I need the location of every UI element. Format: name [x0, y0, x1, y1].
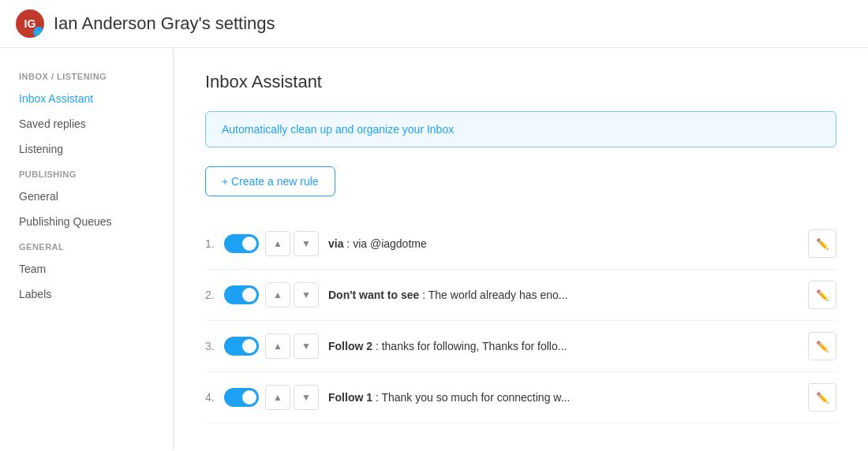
sidebar-section-inbox-listening: INBOX / LISTENING Inbox Assistant Saved … [0, 64, 173, 162]
rule-description: via @iagdotme [353, 237, 427, 250]
create-rule-button[interactable]: + Create a new rule [205, 166, 335, 196]
rule-row: 1. ▲ ▼ via : via @iagdotme ✏️ [205, 218, 836, 270]
rule-separator: : [346, 237, 353, 250]
rule-row: 4. ▲ ▼ Follow 1 : Thank you so much for … [205, 372, 836, 423]
edit-rule-button[interactable]: ✏️ [808, 383, 836, 412]
main-content: Inbox Assistant Automatically clean up a… [174, 48, 868, 450]
sidebar-section-label-general: GENERAL [0, 234, 173, 256]
move-up-button[interactable]: ▲ [265, 231, 290, 256]
move-down-button[interactable]: ▼ [294, 231, 319, 256]
move-down-button[interactable]: ▼ [294, 334, 319, 359]
sidebar-section-label-publishing: PUBLISHING [0, 162, 173, 184]
rule-toggle[interactable] [224, 337, 259, 356]
rule-description: The world already has eno... [428, 289, 568, 301]
rule-description: thanks for following, Thanks for follo..… [382, 340, 567, 352]
rule-number: 1. [205, 237, 224, 250]
header: IG 🐦 Ian Anderson Gray's settings [0, 0, 868, 48]
rule-text: Don't want to see : The world already ha… [328, 289, 802, 301]
avatar: IG 🐦 [16, 9, 44, 38]
rule-number: 2. [205, 289, 224, 301]
sidebar-section-publishing: PUBLISHING General Publishing Queues [0, 162, 173, 234]
sidebar-item-labels[interactable]: Labels [0, 281, 173, 307]
rule-toggle[interactable] [224, 388, 259, 407]
sidebar-item-general[interactable]: General [0, 184, 173, 209]
sidebar: INBOX / LISTENING Inbox Assistant Saved … [0, 48, 174, 450]
rule-number: 3. [205, 340, 224, 352]
rule-separator: : [376, 340, 382, 352]
rule-number: 4. [205, 391, 224, 404]
sidebar-item-team[interactable]: Team [0, 256, 173, 281]
sidebar-item-listening[interactable]: Listening [0, 136, 173, 162]
sidebar-item-saved-replies[interactable]: Saved replies [0, 111, 173, 136]
rules-list: 1. ▲ ▼ via : via @iagdotme ✏️ 2. ▲ ▼ Don… [205, 218, 836, 423]
move-up-button[interactable]: ▲ [265, 282, 290, 308]
rule-name: Follow 2 [328, 340, 372, 352]
twitter-badge: 🐦 [33, 27, 44, 38]
rule-name: Follow 1 [328, 391, 372, 404]
rule-name: Don't want to see [328, 289, 419, 301]
rule-separator: : [422, 289, 428, 301]
rule-row: 2. ▲ ▼ Don't want to see : The world alr… [205, 270, 836, 321]
rule-text: via : via @iagdotme [328, 237, 802, 250]
page-header-title: Ian Anderson Gray's settings [54, 13, 275, 34]
move-down-button[interactable]: ▼ [294, 282, 319, 308]
toggle-knob [242, 237, 256, 251]
toggle-knob [242, 288, 256, 302]
rule-description: Thank you so much for connecting w... [381, 391, 570, 404]
edit-rule-button[interactable]: ✏️ [808, 281, 836, 309]
rule-toggle[interactable] [224, 234, 259, 253]
sidebar-section-label-inbox: INBOX / LISTENING [0, 64, 173, 86]
sidebar-item-inbox-assistant[interactable]: Inbox Assistant [0, 86, 173, 111]
layout: INBOX / LISTENING Inbox Assistant Saved … [0, 48, 868, 450]
rule-name: via [328, 237, 343, 250]
move-up-button[interactable]: ▲ [265, 334, 290, 359]
rule-text: Follow 1 : Thank you so much for connect… [328, 391, 802, 404]
info-banner: Automatically clean up and organize your… [205, 111, 836, 147]
rule-text: Follow 2 : thanks for following, Thanks … [328, 340, 802, 352]
toggle-knob [242, 390, 256, 404]
edit-rule-button[interactable]: ✏️ [808, 332, 836, 360]
move-up-button[interactable]: ▲ [265, 385, 290, 410]
edit-rule-button[interactable]: ✏️ [808, 229, 836, 258]
page-title: Inbox Assistant [205, 72, 836, 92]
move-down-button[interactable]: ▼ [294, 385, 319, 410]
rule-toggle[interactable] [224, 285, 259, 304]
rule-row: 3. ▲ ▼ Follow 2 : thanks for following, … [205, 321, 836, 372]
sidebar-section-general: GENERAL Team Labels [0, 234, 173, 307]
toggle-knob [242, 339, 256, 353]
sidebar-item-publishing-queues[interactable]: Publishing Queues [0, 209, 173, 234]
